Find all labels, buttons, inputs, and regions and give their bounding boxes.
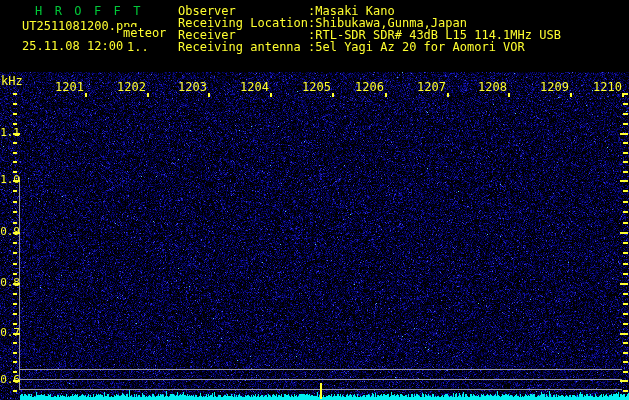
x-tick-label: 1206 [355, 81, 384, 93]
x-tick-label: 1204 [240, 81, 269, 93]
x-tick-label: 1205 [302, 81, 331, 93]
x-tick-label: 1209 [540, 81, 569, 93]
spectrogram-canvas [0, 0, 629, 400]
x-tick-label: 1203 [178, 81, 207, 93]
x-tick-label: 1210 [593, 81, 622, 93]
y-tick-label: 0.7 [0, 327, 20, 339]
x-tick-label: 1202 [117, 81, 146, 93]
field-value-cell: :5el Yagi Az 20 for Aomori VOR [308, 41, 525, 53]
y-tick-label: 0.8 [0, 277, 20, 289]
x-tick-label: 1207 [417, 81, 446, 93]
field-label: Receiving antenna [178, 41, 301, 53]
y-tick-label: 1.0 [0, 174, 20, 186]
hrofft-output: H R O F F T UT2511081200.png meteor 25.1… [0, 0, 629, 400]
y-tick-label: 0.9 [0, 226, 20, 238]
x-tick-label: 1208 [478, 81, 507, 93]
y-tick-label: 0.6 [0, 374, 20, 386]
y-axis-unit-label: kHz [1, 75, 23, 87]
antenna-row: Receiving antenna :5el Yagi Az 20 for Ao… [0, 41, 629, 53]
y-tick-label: 1.1 [0, 127, 20, 139]
field-value: 5el Yagi Az 20 for Aomori VOR [315, 40, 525, 54]
x-tick-label: 1201 [55, 81, 84, 93]
